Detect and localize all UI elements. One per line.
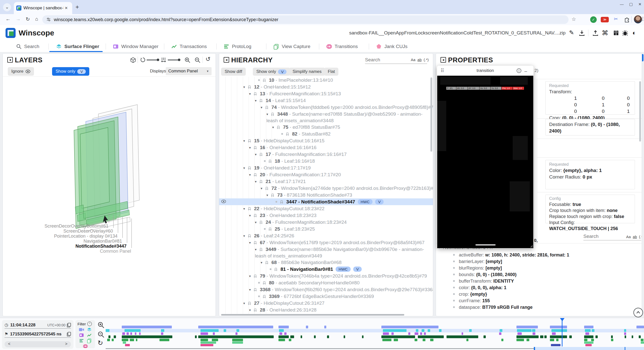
3d-view-cube-icon[interactable] [130, 57, 136, 63]
tab-protolog[interactable]: ProtoLog [223, 41, 251, 52]
collapse-arrow-icon[interactable]: ▾ [243, 138, 248, 144]
collapse-arrow-icon[interactable]: ▾ [243, 84, 248, 90]
minimap-selection[interactable] [534, 347, 644, 350]
collapse-arrow-icon[interactable]: ▾ [243, 206, 248, 212]
rotation-icon[interactable] [140, 57, 146, 63]
tree-node[interactable]: 18 - Leaf:16:16#18 [219, 158, 433, 164]
tree-node[interactable]: 81 - NavigationBar0#81HWCV [219, 266, 433, 273]
property-item[interactable]: barrierLayer: [empty] [453, 258, 637, 265]
tree-node[interactable]: ▾74 - WindowToken{fdddbe6 type=2000 andr… [219, 104, 433, 111]
properties-vscrollbar[interactable] [639, 81, 641, 142]
collapse-arrow-icon[interactable]: ▾ [266, 111, 271, 117]
property-item[interactable]: color: (0, 0, 0), alpha: 1 [453, 284, 637, 291]
tree-node[interactable]: ▾73 - 8736138 NotificationShade#73 [219, 192, 433, 198]
tab-window-manager[interactable]: Window Manager [113, 41, 158, 52]
scissors-icon[interactable]: ✂ [614, 16, 618, 22]
shortcuts-cmd-icon[interactable]: ⌘ [602, 29, 608, 37]
tree-node[interactable]: ▾28 - OneHanded:26:31#28 [219, 307, 433, 313]
collapse-filter-icon[interactable]: ⌃ [87, 322, 92, 326]
hierarchy-hscrollbar[interactable] [221, 314, 404, 316]
tree-node[interactable]: ▾12 - OneHanded:15:15#12 [219, 83, 433, 90]
back-icon[interactable]: ← [6, 16, 11, 22]
protolog-trace-icon[interactable] [79, 338, 84, 343]
resize-handle-icon[interactable] [529, 244, 533, 248]
report-bug-icon[interactable] [622, 30, 628, 36]
collapse-arrow-icon[interactable]: ▾ [249, 212, 254, 219]
collapse-arrow-icon[interactable]: ▾ [261, 104, 265, 111]
tree-node[interactable]: ▾75 - ed70f88 StatusBar#75 [219, 124, 433, 130]
collapse-arrow-icon[interactable]: ▾ [249, 287, 254, 293]
timeline-cursor[interactable] [562, 318, 562, 346]
tree-node[interactable]: ▾22 - HideDisplayCutout:18:23#22 [219, 205, 433, 212]
collapse-arrow-icon[interactable]: ▾ [261, 185, 265, 192]
tab-search[interactable]: Search [16, 41, 39, 52]
tree-node[interactable]: 3369 - 67726bf EdgeBackGestureHandler0#3… [219, 293, 433, 300]
property-item[interactable]: activeBuffer: w: 1080, h: 2400, stride: … [453, 252, 637, 258]
show-diff-button[interactable]: Show diff [221, 68, 246, 76]
timeline-zoom-in-icon[interactable] [98, 322, 104, 328]
panel-dock-icon[interactable]: ◂ [440, 57, 446, 63]
zoom-in-icon[interactable] [184, 57, 190, 63]
tree-node[interactable]: ▾79 - WindowToken{7046b4a type=2024 andr… [219, 273, 433, 279]
tree-node[interactable]: ▾24 - FullscreenMagnification:18:23#24 [219, 219, 433, 226]
expand-timeline-button[interactable] [633, 308, 643, 317]
download-icon[interactable] [579, 30, 585, 36]
tree-node[interactable]: ▾17 - FullscreenMagnification:16:16#17 [219, 151, 433, 158]
tree-node[interactable]: 25 - Leaf:18:23#25 [219, 226, 433, 232]
info-icon[interactable] [516, 68, 521, 73]
match-word-toggle[interactable]: ab [417, 58, 422, 62]
timeline-cursor-handle[interactable] [560, 318, 565, 321]
tree-node[interactable]: ▾20 - FullscreenMagnification:17:17#20 [219, 171, 433, 178]
tree-node[interactable]: ▾14 - Leaf:15:15#14 [219, 97, 433, 104]
collapse-arrow-icon[interactable]: ▾ [243, 233, 248, 239]
displays-select[interactable]: Common Panel▼ [166, 67, 212, 75]
reload-icon[interactable]: ↻ [26, 16, 30, 22]
collapse-arrow-icon[interactable]: ▾ [243, 165, 248, 171]
hierarchy-vscrollbar[interactable] [430, 77, 432, 152]
collapse-arrow-icon[interactable]: ▾ [249, 273, 254, 279]
collapse-arrow-icon[interactable]: ▾ [249, 145, 254, 151]
tab-surface-flinger[interactable]: Surface Flinger [56, 41, 99, 52]
collapse-arrow-icon[interactable]: ▾ [243, 300, 248, 307]
zoom-out-icon[interactable] [194, 57, 200, 63]
edit-pencil-icon[interactable]: ✎ [569, 29, 574, 36]
collapse-arrow-icon[interactable]: ▾ [255, 98, 259, 104]
layer-label[interactable]: NotificationShade#3447 [75, 244, 127, 249]
browser-tab[interactable]: Winscope | sandbox-FAIL ✕ [14, 2, 72, 14]
layer-label[interactable]: Common Panel [100, 249, 131, 254]
tab-close-icon[interactable]: ✕ [65, 6, 68, 10]
layer-label[interactable]: PointerLocation - display 0#134 [54, 234, 117, 239]
tree-node[interactable]: ▾72 - WindowToken{a2746de type=2040 andr… [219, 185, 433, 192]
tree-node[interactable]: ▾19 - OneHanded:17:17#19 [219, 164, 433, 171]
property-item[interactable]: crop: {empty} [453, 291, 637, 297]
collapse-arrow-icon[interactable]: ▾ [249, 91, 254, 97]
documentation-book-icon[interactable] [613, 30, 619, 36]
transitions-trace-icon[interactable] [83, 344, 88, 349]
timeline-reset-zoom-icon[interactable]: ↻ [98, 339, 103, 347]
reset-view-icon[interactable]: ↺ [206, 56, 211, 63]
collapse-arrow-icon[interactable]: ▾ [272, 124, 277, 130]
tree-node[interactable]: ▾23 - OneHanded:18:23#23 [219, 212, 433, 219]
layers-3d-canvas[interactable] [3, 76, 216, 316]
screen-recording-trace-icon[interactable] [79, 327, 84, 332]
tab-view-capture[interactable]: View Capture [273, 41, 310, 52]
match-case-toggle[interactable]: Aa [411, 58, 415, 62]
tree-node[interactable]: 80 - ace6abb SecondaryHomeHandle0#80 [219, 279, 433, 286]
tab-search-chevron-icon[interactable]: ⌄ [3, 3, 11, 11]
tree-node[interactable]: 82 - StatusBar#82 [219, 130, 433, 137]
panel-dock-icon[interactable]: ◂ [7, 57, 13, 63]
tree-node[interactable]: ▾27 - HideDisplayCutout:26:31#27 [219, 300, 433, 307]
next-entry-button[interactable]: > [65, 342, 67, 346]
tree-node[interactable]: ▾15 - HideDisplayCutout:16:16#15 [219, 137, 433, 144]
tree-node[interactable]: ▾3368 - WindowToken{f6b2f60 type=2024 an… [219, 286, 433, 293]
url-bar[interactable]: winscope.teams.x20web.corp.google.com/pr… [42, 15, 569, 24]
timeline-tracks[interactable] [106, 318, 644, 350]
collapse-arrow-icon[interactable]: ▾ [249, 307, 254, 313]
property-item[interactable]: bufferTransform: IDENTITY [453, 278, 637, 284]
collapse-arrow-icon[interactable]: ▾ [255, 219, 259, 226]
property-item[interactable]: bounds: (0, 0) - (1080, 2400) [453, 271, 637, 278]
property-item[interactable]: dataspace: BT709 sRGB Full range [453, 304, 637, 311]
window-close-button[interactable]: ✕ [638, 2, 641, 7]
layer-label[interactable]: ScreenDecorOverlay#60 [63, 229, 113, 234]
collapse-arrow-icon[interactable]: ▾ [266, 192, 271, 198]
